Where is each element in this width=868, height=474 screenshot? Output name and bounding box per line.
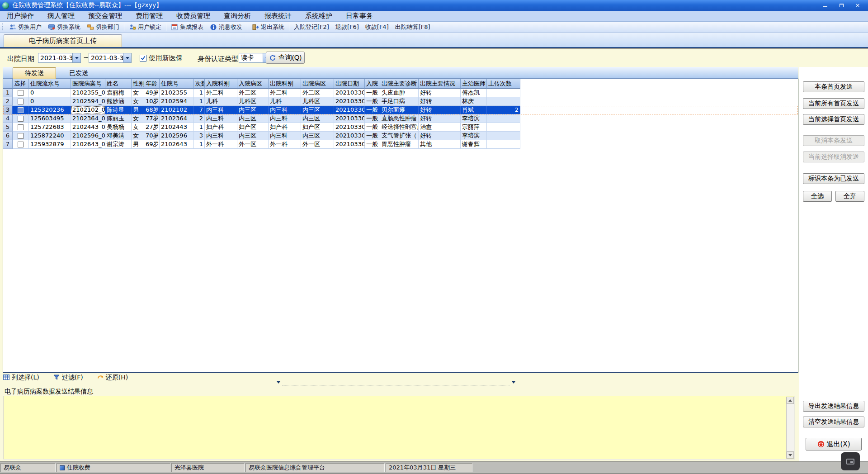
- column-select-button[interactable]: 列选择(L): [3, 374, 39, 382]
- column-header[interactable]: 出院病区: [301, 79, 334, 89]
- table-row[interactable]: 71259328792102643_001谢宗涛男69岁21026431外一科外…: [3, 140, 798, 149]
- pip-overlay-icon[interactable]: [841, 452, 860, 470]
- column-header[interactable]: 入院科别: [205, 79, 237, 89]
- table-cell: 袁丽梅: [105, 89, 132, 97]
- toolbar-item-label: 消息收发: [219, 23, 242, 31]
- menu-item[interactable]: 系统维护: [298, 11, 339, 21]
- toolbar-item[interactable]: 消息收发: [207, 23, 245, 32]
- result-scrollbar[interactable]: [786, 397, 794, 459]
- column-header[interactable]: 住院号: [160, 79, 194, 89]
- row-checkbox[interactable]: [18, 107, 24, 113]
- table-cell: 外一区: [301, 140, 334, 149]
- date-to-dropdown-icon[interactable]: [123, 53, 131, 62]
- filter-combo[interactable]: [277, 383, 515, 388]
- exit-button[interactable]: 退出(X): [806, 438, 862, 450]
- auth-type-label: 身份认证类型: [198, 55, 238, 63]
- toolbar-item[interactable]: 退出系统: [249, 23, 288, 32]
- tab-emr-homepage-upload[interactable]: 电子病历病案首页上传: [4, 34, 122, 47]
- column-header[interactable]: 年龄: [144, 79, 160, 89]
- restore-icon: [97, 374, 104, 382]
- column-header[interactable]: 上传次数: [487, 79, 520, 89]
- query-button[interactable]: 查询(Q): [266, 52, 305, 64]
- send-result-textarea[interactable]: [4, 396, 795, 460]
- toolbar-item[interactable]: 集成报表: [168, 23, 207, 32]
- toolbar-item[interactable]: 收款[F4]: [362, 23, 392, 32]
- date-from-dropdown-icon[interactable]: [72, 53, 80, 62]
- toolbar-separator: [166, 24, 166, 31]
- send-all-first-pages-button[interactable]: 当前所有首页发送: [803, 98, 864, 109]
- filter-button[interactable]: 过滤(F): [53, 374, 83, 382]
- toolbar-item[interactable]: 退款[F6]: [332, 23, 362, 32]
- maximize-button[interactable]: [835, 1, 848, 9]
- table-cell: 外二区: [237, 89, 269, 97]
- toolbar-item[interactable]: 切换用户: [6, 23, 45, 32]
- toolbar-item[interactable]: 切换部门: [84, 23, 123, 32]
- clear-send-result-button[interactable]: 清空发送结果信息: [803, 417, 864, 427]
- menu-item[interactable]: 用户操作: [0, 11, 41, 21]
- row-checkbox[interactable]: [18, 142, 24, 147]
- menu-item[interactable]: 日常事务: [339, 11, 380, 21]
- scroll-down-icon[interactable]: [787, 451, 794, 459]
- message-icon: [210, 24, 217, 31]
- restore-button[interactable]: 还原(H): [97, 374, 128, 382]
- close-button[interactable]: ×: [851, 1, 864, 9]
- table-row[interactable]: 41256034952102364_002陈丽玉女77岁21023642内三科内…: [3, 114, 798, 123]
- column-header[interactable]: 出院主要诊断: [380, 79, 419, 89]
- send-current-first-page-button[interactable]: 本条首页发送: [803, 81, 864, 92]
- toolbar-item[interactable]: 切换系统: [45, 23, 84, 32]
- minimize-button[interactable]: [818, 1, 832, 9]
- new-insurance-checkbox[interactable]: [140, 55, 146, 62]
- column-header[interactable]: 出院科别: [269, 79, 301, 89]
- toolbar-item[interactable]: 用户锁定: [126, 23, 165, 32]
- row-number: 6: [3, 132, 13, 140]
- menu-item[interactable]: 报表统计: [258, 11, 298, 21]
- menu-item[interactable]: 查询分析: [217, 11, 258, 21]
- column-header[interactable]: 主治医师: [461, 79, 487, 89]
- table-cell: 陈诗显: [105, 106, 132, 114]
- menu-item[interactable]: 费用管理: [129, 11, 170, 21]
- row-checkbox[interactable]: [18, 99, 24, 104]
- toolbar-item[interactable]: 出院结算[F8]: [392, 23, 434, 32]
- menu-item[interactable]: 病人管理: [41, 11, 81, 21]
- mark-current-sent-button[interactable]: 标识本条为已发送: [803, 173, 864, 184]
- column-header[interactable]: 入院病区: [237, 79, 269, 89]
- tab-already-sent[interactable]: 已发送: [59, 67, 99, 79]
- date-from-picker[interactable]: 2021-03-30: [38, 53, 81, 63]
- column-header[interactable]: [3, 79, 13, 89]
- column-header[interactable]: 出院日期: [334, 79, 365, 89]
- scroll-up-icon[interactable]: [787, 397, 794, 404]
- row-checkbox[interactable]: [18, 133, 24, 139]
- table-cell: 2102594: [160, 97, 194, 106]
- toolbar-separator: [247, 24, 247, 31]
- refresh-icon: [269, 54, 276, 62]
- column-header[interactable]: 次数: [194, 79, 205, 89]
- date-to-picker[interactable]: 2021-03-31: [89, 53, 132, 63]
- cancel-current-send-button[interactable]: 取消本条发送: [803, 135, 864, 146]
- toolbar-item[interactable]: 入院登记[F2]: [291, 23, 332, 32]
- column-header[interactable]: 性别: [132, 79, 144, 89]
- tab-pending-send[interactable]: 待发送: [13, 67, 56, 79]
- column-header[interactable]: 入院: [365, 79, 380, 89]
- table-row[interactable]: 102102355_001袁丽梅女49岁21023551外二科外二区外二科外二区…: [3, 89, 798, 97]
- table-row[interactable]: 202102594_001熊妙涵女10岁21025941儿科儿科区儿科儿科区20…: [3, 97, 798, 106]
- row-checkbox[interactable]: [18, 124, 24, 130]
- export-send-result-button[interactable]: 导出发送结果信息: [803, 401, 864, 412]
- row-checkbox[interactable]: [18, 116, 24, 122]
- column-header[interactable]: 选择: [13, 79, 29, 89]
- row-checkbox[interactable]: [18, 90, 24, 96]
- cancel-selected-send-button[interactable]: 当前选择取消发送: [803, 152, 864, 162]
- toolbar-item-label: 切换系统: [57, 23, 80, 31]
- column-header[interactable]: 出院主要情况: [419, 79, 461, 89]
- deselect-all-button[interactable]: 全弃: [835, 191, 864, 202]
- select-all-button[interactable]: 全选: [803, 191, 832, 202]
- table-row[interactable]: 51257226832102443_001吴杨杨女27岁21024431妇产科妇…: [3, 123, 798, 132]
- menu-item[interactable]: 收费员管理: [170, 11, 217, 21]
- column-header[interactable]: 医院病案号: [71, 79, 105, 89]
- column-header[interactable]: 住院流水号: [29, 79, 71, 89]
- column-header[interactable]: 姓名: [105, 79, 132, 89]
- check-icon: [141, 56, 146, 61]
- send-selected-first-pages-button[interactable]: 当前选择首页发送: [803, 114, 864, 125]
- menu-item[interactable]: 预交金管理: [81, 11, 129, 21]
- table-row[interactable]: 31253202362102102_007陈诗显男68岁21021027内三科内…: [3, 106, 798, 114]
- table-row[interactable]: 61258722402102596_003邓美清女70岁21025963内三科内…: [3, 132, 798, 140]
